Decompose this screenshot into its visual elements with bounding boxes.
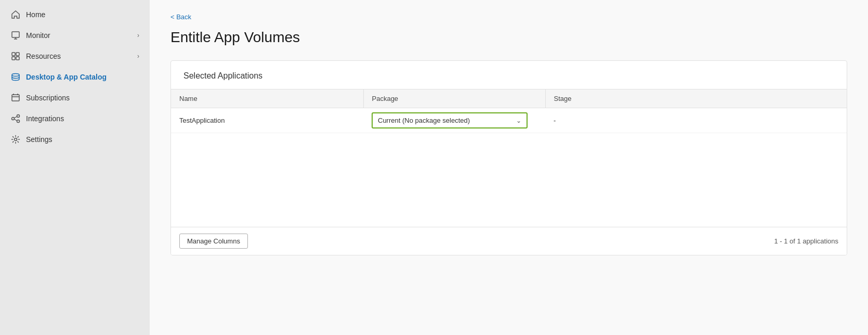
svg-point-13 bbox=[17, 115, 20, 118]
integrations-icon bbox=[10, 113, 21, 124]
sidebar-item-home[interactable]: Home bbox=[0, 4, 150, 25]
table-row: TestApplication Current (No package sele… bbox=[171, 108, 847, 133]
chevron-right-icon: › bbox=[137, 32, 139, 39]
package-dropdown-text: Current (No package selected) bbox=[378, 117, 470, 124]
sidebar-item-label: Resources bbox=[26, 52, 61, 60]
sidebar: Home Monitor › Resources › bbox=[0, 0, 150, 335]
svg-rect-6 bbox=[16, 57, 19, 60]
svg-point-12 bbox=[12, 118, 15, 120]
sidebar-item-label: Settings bbox=[26, 135, 52, 144]
stage-cell: - bbox=[545, 108, 847, 133]
application-name-cell: TestApplication bbox=[171, 108, 363, 133]
sidebar-item-label: Home bbox=[26, 10, 45, 19]
table-wrapper: Name Package Stage TestApplication Curre… bbox=[171, 89, 847, 227]
table-empty-row bbox=[171, 133, 847, 227]
svg-rect-5 bbox=[12, 57, 15, 60]
main-content: < Back Entitle App Volumes Selected Appl… bbox=[150, 0, 868, 335]
home-icon bbox=[10, 9, 21, 20]
sidebar-item-resources[interactable]: Resources › bbox=[0, 46, 150, 67]
svg-point-17 bbox=[15, 138, 17, 141]
subscriptions-icon bbox=[10, 93, 21, 103]
table-header-row: Name Package Stage bbox=[171, 89, 847, 108]
back-link[interactable]: < Back bbox=[170, 13, 191, 21]
settings-icon bbox=[10, 134, 21, 145]
sidebar-item-integrations[interactable]: Integrations bbox=[0, 108, 150, 129]
monitor-icon bbox=[10, 30, 21, 41]
chevron-right-icon: › bbox=[137, 53, 139, 60]
sidebar-item-subscriptions[interactable]: Subscriptions bbox=[0, 87, 150, 108]
column-header-stage: Stage bbox=[545, 89, 847, 108]
manage-columns-button[interactable]: Manage Columns bbox=[179, 234, 248, 249]
package-dropdown[interactable]: Current (No package selected) ⌄ bbox=[372, 112, 528, 128]
column-header-name: Name bbox=[171, 89, 363, 108]
sidebar-item-label: Desktop & App Catalog bbox=[26, 73, 107, 81]
svg-rect-4 bbox=[16, 53, 19, 56]
package-cell: Current (No package selected) ⌄ bbox=[363, 108, 545, 133]
chevron-down-icon: ⌄ bbox=[516, 117, 521, 124]
svg-point-7 bbox=[12, 74, 19, 76]
column-header-package: Package bbox=[363, 89, 545, 108]
catalog-icon bbox=[10, 72, 21, 82]
section-title: Selected Applications bbox=[171, 61, 847, 89]
selected-applications-card: Selected Applications Name Package Stage… bbox=[170, 60, 847, 255]
page-title: Entitle App Volumes bbox=[170, 29, 847, 46]
pagination-info: 1 - 1 of 1 applications bbox=[774, 237, 838, 245]
svg-line-15 bbox=[15, 117, 17, 118]
svg-rect-3 bbox=[12, 53, 15, 56]
resources-icon bbox=[10, 51, 21, 61]
applications-table: Name Package Stage TestApplication Curre… bbox=[171, 89, 847, 227]
sidebar-item-settings[interactable]: Settings bbox=[0, 129, 150, 150]
sidebar-item-label: Integrations bbox=[26, 114, 64, 123]
sidebar-item-monitor[interactable]: Monitor › bbox=[0, 25, 150, 46]
svg-rect-8 bbox=[12, 95, 19, 101]
table-footer: Manage Columns 1 - 1 of 1 applications bbox=[171, 227, 847, 255]
svg-point-14 bbox=[17, 120, 20, 123]
sidebar-item-label: Monitor bbox=[26, 31, 50, 40]
svg-rect-0 bbox=[12, 32, 19, 37]
sidebar-item-desktop-app-catalog[interactable]: Desktop & App Catalog bbox=[0, 67, 150, 87]
sidebar-item-label: Subscriptions bbox=[26, 94, 70, 102]
svg-line-16 bbox=[15, 119, 17, 121]
